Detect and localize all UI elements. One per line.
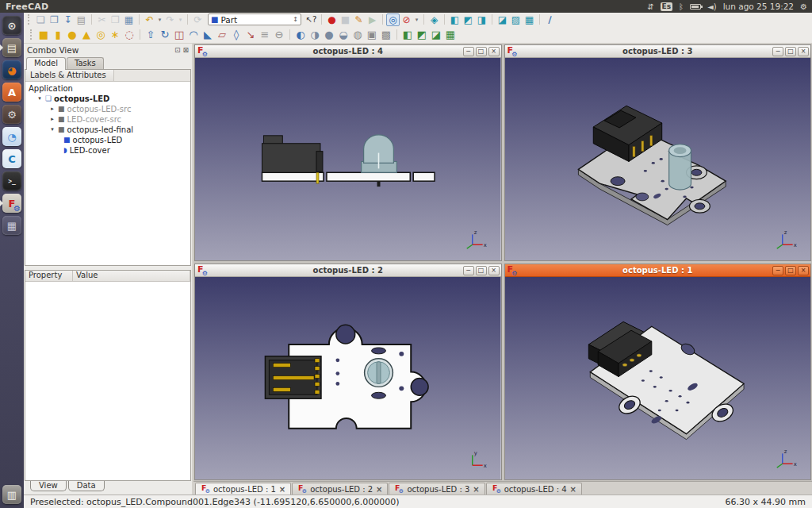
tab-model[interactable]: Model bbox=[26, 57, 66, 70]
print-icon[interactable]: ▤ bbox=[75, 13, 88, 26]
window-titlebar[interactable]: octopus-LED : 1 F⚙ − □ × bbox=[505, 264, 811, 277]
viewport-isometric-bottom[interactable]: z x bbox=[505, 277, 811, 479]
workspace-switcher-icon[interactable]: ▦ bbox=[2, 216, 21, 235]
property-column[interactable]: Property bbox=[25, 271, 73, 281]
minimize-button[interactable]: − bbox=[772, 47, 783, 56]
close-button[interactable]: × bbox=[798, 266, 809, 275]
save-icon[interactable]: ↧ bbox=[61, 13, 75, 26]
maximize-button[interactable]: □ bbox=[476, 47, 487, 56]
expander-icon[interactable]: ▸ bbox=[49, 104, 56, 114]
toolbar-grip[interactable] bbox=[28, 14, 31, 25]
join-connect-icon[interactable]: ◧ bbox=[400, 28, 415, 42]
network-icon[interactable]: ⇵ bbox=[647, 2, 653, 11]
window-tab-2[interactable]: F⚙ octopus-LED : 2 × bbox=[292, 483, 388, 495]
boolean-cut-icon[interactable]: ◑ bbox=[308, 28, 322, 42]
view-right-icon[interactable]: ◨ bbox=[475, 13, 488, 26]
tree-item-src[interactable]: ▸ ■ octopus-LED-src bbox=[29, 104, 190, 114]
paste-icon[interactable]: ▦ bbox=[122, 13, 136, 26]
shape-builder-icon[interactable]: ◌ bbox=[122, 28, 136, 42]
battery-icon[interactable] bbox=[690, 4, 701, 10]
maximize-button[interactable]: □ bbox=[785, 47, 796, 56]
tree-item-src[interactable]: ▸ ■ LED-cover-src bbox=[29, 114, 190, 125]
open-file-icon[interactable]: ❐ bbox=[48, 13, 61, 26]
window-tab-3[interactable]: F⚙ octopus-LED : 3 × bbox=[389, 483, 485, 495]
create-primitives-icon[interactable]: ∗ bbox=[108, 28, 122, 42]
connector-top[interactable] bbox=[265, 356, 321, 398]
window-titlebar[interactable]: octopus-LED : 4 F⚙ − □ × bbox=[195, 45, 501, 58]
tree-item-document[interactable]: ▾ ❏ octopus-LED bbox=[29, 94, 190, 104]
close-tab-icon[interactable]: × bbox=[473, 485, 479, 494]
firefox-icon[interactable]: ◕ bbox=[2, 60, 21, 79]
view-bottom-icon[interactable]: ▨ bbox=[509, 13, 523, 26]
toolbar-grip[interactable] bbox=[30, 29, 33, 40]
view-rear-icon[interactable]: ◪ bbox=[496, 13, 509, 26]
window-titlebar[interactable]: octopus-LED : 3 F⚙ − □ × bbox=[505, 45, 811, 58]
view-fit-all-icon[interactable]: ◎ bbox=[386, 13, 400, 26]
files-icon[interactable]: ▤ bbox=[2, 38, 21, 57]
sweep-icon[interactable]: ↘ bbox=[243, 28, 258, 42]
expander-icon[interactable]: ▾ bbox=[36, 94, 43, 104]
draw-style-icon[interactable]: ⊘ bbox=[400, 13, 413, 26]
redo-menu-icon[interactable]: ▾ bbox=[177, 13, 184, 26]
minimize-button[interactable]: − bbox=[463, 266, 474, 275]
freecad-launcher-icon[interactable]: F⚙ bbox=[2, 194, 21, 213]
close-button[interactable]: × bbox=[488, 266, 500, 275]
cylinder-icon[interactable]: ▮ bbox=[51, 28, 65, 42]
pcb-side[interactable] bbox=[262, 172, 435, 181]
macro-record-icon[interactable]: ● bbox=[325, 13, 339, 26]
tab-tasks[interactable]: Tasks bbox=[67, 57, 104, 69]
draw-style-menu-icon[interactable]: ▾ bbox=[413, 13, 420, 26]
expander-icon[interactable]: ▾ bbox=[49, 125, 56, 135]
dock-close-icon[interactable]: ⊠ bbox=[182, 46, 189, 54]
view-front-icon[interactable]: ◧ bbox=[448, 13, 462, 26]
tree-item-child[interactable]: ◗ LED-cover bbox=[29, 145, 190, 156]
window-tab-1[interactable]: F⚙ octopus-LED : 1 × bbox=[195, 483, 291, 495]
cut-icon[interactable]: ✂ bbox=[95, 13, 109, 26]
window-titlebar[interactable]: octopus-LED : 2 F⚙ − □ × bbox=[195, 264, 501, 277]
chromium-icon[interactable]: ◔ bbox=[2, 127, 21, 146]
clock[interactable]: lun ago 25 19:22 bbox=[723, 2, 794, 11]
macro-run-icon[interactable]: ▶ bbox=[366, 13, 379, 26]
extrude-icon[interactable]: ⇧ bbox=[144, 28, 158, 42]
browser-c-icon[interactable]: C bbox=[2, 149, 21, 168]
close-button[interactable]: × bbox=[488, 47, 500, 56]
session-menu-icon[interactable]: ⚙ bbox=[800, 2, 807, 11]
macro-edit-icon[interactable]: ✎ bbox=[352, 13, 366, 26]
maximize-button[interactable]: □ bbox=[785, 266, 796, 275]
undo-menu-icon[interactable]: ▾ bbox=[156, 13, 163, 26]
measure-linear-icon[interactable]: ∕ bbox=[543, 13, 557, 26]
boolean-icon[interactable]: ◐ bbox=[293, 28, 308, 42]
terminal-icon[interactable]: >_ bbox=[2, 171, 21, 190]
tab-view[interactable]: View bbox=[30, 481, 67, 491]
chamfer-icon[interactable]: ◣ bbox=[201, 28, 215, 42]
tree-item-final[interactable]: ▾ ■ octopus-led-final bbox=[29, 125, 190, 135]
software-center-icon[interactable]: A bbox=[2, 83, 21, 102]
whats-this-icon[interactable]: ↖? bbox=[304, 13, 318, 26]
new-file-icon[interactable]: ❏ bbox=[34, 13, 48, 26]
copy-icon[interactable]: ❐ bbox=[109, 13, 122, 26]
minimize-button[interactable]: − bbox=[772, 266, 783, 275]
boolean-union-icon[interactable]: ● bbox=[322, 28, 336, 42]
offset-icon[interactable]: ≡ bbox=[258, 28, 272, 42]
fillet-icon[interactable]: ◠ bbox=[186, 28, 201, 42]
close-tab-icon[interactable]: × bbox=[279, 485, 285, 494]
viewport-isometric-assembled[interactable]: z x bbox=[505, 58, 811, 260]
defeaturing-icon[interactable]: ▩ bbox=[379, 28, 393, 42]
volume-icon[interactable]: ◄) bbox=[707, 2, 717, 11]
close-tab-icon[interactable]: × bbox=[376, 485, 382, 494]
check-geometry-icon[interactable]: ▣ bbox=[365, 28, 379, 42]
redo-icon[interactable]: ↷ bbox=[163, 13, 177, 26]
mirror-icon[interactable]: ◫ bbox=[172, 28, 186, 42]
compound-icon[interactable]: ◍ bbox=[350, 28, 365, 42]
bluetooth-icon[interactable]: ᛒ bbox=[679, 2, 684, 11]
torus-icon[interactable]: ◎ bbox=[94, 28, 108, 42]
tree-root[interactable]: Application bbox=[29, 83, 190, 94]
viewport-top-view[interactable]: y x bbox=[195, 277, 501, 479]
join-embed-icon[interactable]: ◩ bbox=[415, 28, 429, 42]
dock-float-icon[interactable]: ⊡ bbox=[174, 46, 181, 54]
close-tab-icon[interactable]: × bbox=[570, 485, 576, 494]
maximize-button[interactable]: □ bbox=[476, 266, 487, 275]
window-tab-4[interactable]: F⚙ octopus-LED : 4 × bbox=[486, 483, 582, 495]
trash-icon[interactable]: ▥ bbox=[2, 485, 21, 504]
split-boolean-fragments-icon[interactable]: ▦ bbox=[443, 28, 458, 42]
